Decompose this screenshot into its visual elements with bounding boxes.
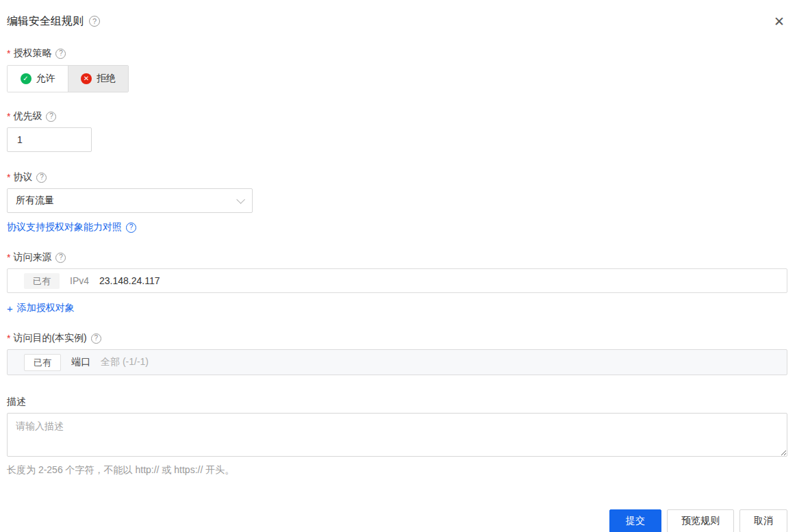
- page-title: 编辑安全组规则: [7, 14, 84, 29]
- required-mark: *: [7, 252, 10, 263]
- description-label-row: 描述: [7, 395, 787, 409]
- destination-existing-tag[interactable]: 已有: [24, 354, 61, 371]
- policy-help-icon[interactable]: ?: [55, 49, 66, 59]
- priority-label: 优先级: [13, 110, 42, 123]
- description-textarea[interactable]: [7, 413, 787, 457]
- protocol-help-icon[interactable]: ?: [36, 173, 47, 183]
- submit-button[interactable]: 提交: [609, 509, 661, 532]
- protocol-select[interactable]: 所有流量: [7, 188, 253, 213]
- protocol-label: 协议: [13, 171, 32, 183]
- dialog-title-group: 编辑安全组规则 ?: [7, 14, 100, 29]
- add-auth-object-link[interactable]: + 添加授权对象: [7, 302, 75, 314]
- protocol-capability-link-label: 协议支持授权对象能力对照: [7, 221, 122, 233]
- source-address-type: IPv4: [70, 275, 89, 286]
- check-circle-icon: ✓: [21, 73, 31, 84]
- destination-label-row: * 访问目的(本实例) ?: [7, 331, 787, 345]
- policy-option-allow[interactable]: ✓ 允许: [8, 66, 68, 92]
- destination-object-row[interactable]: 已有 端口 全部 (-1/-1): [7, 349, 787, 375]
- policy-label-row: * 授权策略 ?: [7, 47, 787, 60]
- source-object-row[interactable]: 已有 IPv4 23.148.24.117: [7, 268, 787, 293]
- protocol-capability-link[interactable]: 协议支持授权对象能力对照 ?: [7, 221, 136, 233]
- preview-rules-button[interactable]: 预览规则: [667, 509, 734, 532]
- priority-section: * 优先级 ?: [7, 110, 787, 152]
- priority-input[interactable]: [7, 127, 92, 152]
- dialog-footer: 提交 预览规则 取消: [7, 509, 787, 532]
- source-existing-tag[interactable]: 已有: [24, 273, 60, 289]
- title-help-icon[interactable]: ?: [89, 16, 100, 27]
- dialog-header: 编辑安全组规则 ? ✕: [7, 12, 787, 30]
- source-label: 访问来源: [13, 251, 51, 264]
- priority-label-row: * 优先级 ?: [7, 110, 787, 123]
- edit-security-group-rule-dialog: 编辑安全组规则 ? ✕ * 授权策略 ? ✓ 允许 ✕ 拒绝 * 优先级 ?: [0, 0, 797, 532]
- policy-segmented-control: ✓ 允许 ✕ 拒绝: [7, 65, 129, 92]
- add-auth-object-label: 添加授权对象: [17, 302, 75, 314]
- description-section: 描述 长度为 2-256 个字符，不能以 http:// 或 https:// …: [7, 395, 787, 477]
- protocol-selected-value: 所有流量: [16, 194, 54, 207]
- policy-option-allow-label: 允许: [36, 73, 55, 85]
- destination-section: * 访问目的(本实例) ? 已有 端口 全部 (-1/-1): [7, 331, 787, 375]
- policy-section: * 授权策略 ? ✓ 允许 ✕ 拒绝: [7, 47, 787, 92]
- destination-port-label: 端口: [71, 356, 90, 368]
- source-address-value: 23.148.24.117: [99, 275, 160, 286]
- cancel-button[interactable]: 取消: [739, 509, 787, 532]
- description-hint: 长度为 2-256 个字符，不能以 http:// 或 https:// 开头。: [7, 464, 787, 477]
- priority-help-icon[interactable]: ?: [46, 112, 56, 122]
- policy-option-deny[interactable]: ✕ 拒绝: [68, 66, 128, 92]
- protocol-label-row: * 协议 ?: [7, 170, 787, 184]
- close-icon[interactable]: ✕: [771, 14, 787, 29]
- protocol-section: * 协议 ? 所有流量 协议支持授权对象能力对照 ?: [7, 170, 787, 233]
- plus-icon: +: [7, 303, 13, 314]
- required-mark: *: [7, 333, 10, 344]
- cross-circle-icon: ✕: [81, 73, 92, 84]
- source-label-row: * 访问来源 ?: [7, 251, 787, 264]
- protocol-capability-help-icon[interactable]: ?: [126, 223, 136, 233]
- description-label: 描述: [7, 396, 26, 408]
- policy-option-deny-label: 拒绝: [97, 73, 116, 85]
- chevron-down-icon: [236, 195, 245, 204]
- destination-help-icon[interactable]: ?: [91, 333, 101, 344]
- source-section: * 访问来源 ? 已有 IPv4 23.148.24.117 + 添加授权对象: [7, 251, 787, 314]
- destination-port-value: 全部 (-1/-1): [101, 356, 149, 368]
- destination-label: 访问目的(本实例): [13, 332, 86, 344]
- required-mark: *: [7, 172, 10, 183]
- policy-label: 授权策略: [13, 47, 51, 60]
- required-mark: *: [7, 111, 10, 122]
- source-help-icon[interactable]: ?: [55, 253, 66, 263]
- required-mark: *: [7, 48, 10, 59]
